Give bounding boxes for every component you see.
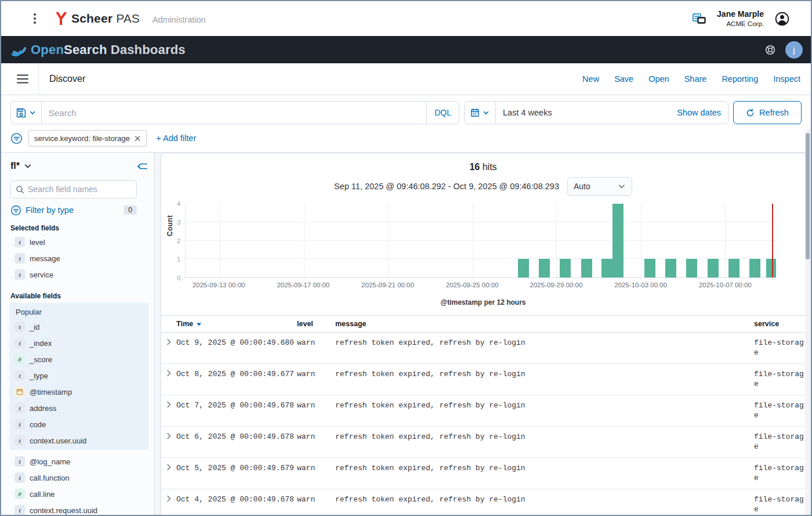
number-type-icon: # xyxy=(14,354,25,365)
cell-time: Oct 8, 2025 @ 00:00:49.677 xyxy=(176,370,297,395)
histogram-bar[interactable] xyxy=(581,259,592,277)
cell-level: warn xyxy=(297,464,335,489)
calendar-button[interactable] xyxy=(465,102,496,124)
histogram-bar[interactable] xyxy=(560,259,571,277)
table-row: Oct 8, 2025 @ 00:00:49.677warnrefresh to… xyxy=(161,364,805,395)
field-item-_id[interactable]: t_id xyxy=(10,319,147,335)
nav-link-share[interactable]: Share xyxy=(684,74,707,84)
filter-options-icon[interactable] xyxy=(10,132,23,145)
field-item-_index[interactable]: t_index xyxy=(10,335,147,351)
field-item-message[interactable]: tmessage xyxy=(10,250,147,266)
field-item-context.user.uuid[interactable]: tcontext.user.uuid xyxy=(10,432,147,449)
histogram-bar[interactable] xyxy=(728,259,740,277)
show-dates-button[interactable]: Show dates xyxy=(670,108,728,117)
field-item-_type[interactable]: t_type xyxy=(10,367,147,384)
histogram-bar[interactable] xyxy=(644,259,655,277)
refresh-button[interactable]: Refresh xyxy=(733,101,802,124)
search-input[interactable] xyxy=(42,101,427,124)
collapse-sidebar-icon[interactable] xyxy=(137,162,147,171)
expand-row-icon[interactable] xyxy=(161,370,176,395)
workspace-panel-icon[interactable] xyxy=(691,12,706,26)
expand-row-icon[interactable] xyxy=(161,401,176,426)
user-menu[interactable]: Jane Marple ACME Corp. xyxy=(717,9,764,28)
interval-select[interactable]: Auto xyxy=(567,177,632,196)
col-message: message xyxy=(335,320,754,328)
fields-sidebar: fl* xyxy=(1,153,155,515)
histogram-bar[interactable] xyxy=(601,259,612,277)
dql-button[interactable]: DQL xyxy=(427,101,459,124)
field-item-_score[interactable]: #_score xyxy=(10,351,147,367)
histogram-plot xyxy=(185,204,776,278)
table-body: Oct 9, 2025 @ 00:00:49.680warnrefresh to… xyxy=(161,333,805,515)
x-tick-label: 2025-09-29 00:00 xyxy=(530,282,583,288)
app-header: Scheer PAS Administration Jane Marple AC… xyxy=(1,1,811,36)
y-tick-label: 4 xyxy=(177,200,180,207)
histogram-bar[interactable] xyxy=(749,259,760,277)
field-item-address[interactable]: taddress xyxy=(10,400,147,416)
field-item-service[interactable]: tservice xyxy=(10,266,147,283)
filter-pill[interactable]: service.keyword: file-storage ✕ xyxy=(28,130,147,146)
hamburger-menu-icon[interactable] xyxy=(10,69,35,89)
gridline xyxy=(473,204,473,277)
histogram-bar[interactable] xyxy=(539,259,550,277)
string-type-icon: t xyxy=(14,472,25,483)
field-item-call.function[interactable]: tcall.function xyxy=(10,470,147,486)
cell-level: warn xyxy=(297,370,335,395)
field-name: level xyxy=(30,238,45,247)
help-icon[interactable] xyxy=(764,44,776,56)
histogram-bar[interactable] xyxy=(518,259,529,277)
histogram-bar[interactable] xyxy=(665,259,676,277)
field-item-call.line[interactable]: #call.line xyxy=(10,486,147,502)
gridline xyxy=(725,204,726,277)
x-tick-label: 2025-09-17 00:00 xyxy=(277,282,329,288)
histogram-bar[interactable] xyxy=(686,259,697,277)
field-search-input[interactable] xyxy=(28,185,132,194)
account-icon[interactable] xyxy=(774,11,790,27)
scrollbar-track[interactable] xyxy=(805,129,811,515)
histogram-bar[interactable] xyxy=(612,204,624,277)
histogram-bar[interactable] xyxy=(766,259,776,277)
refresh-icon xyxy=(746,109,755,117)
cell-time: Oct 7, 2025 @ 00:00:49.678 xyxy=(176,401,297,426)
cell-level: warn xyxy=(297,338,335,363)
table-row: Oct 7, 2025 @ 00:00:49.678warnrefresh to… xyxy=(161,395,805,427)
expand-row-icon[interactable] xyxy=(161,495,176,515)
expand-row-icon[interactable] xyxy=(161,432,176,457)
field-item-@log_name[interactable]: t@log_name xyxy=(10,453,147,470)
osd-avatar[interactable]: j xyxy=(785,41,803,59)
app-name: Administration xyxy=(153,15,206,24)
expand-row-icon[interactable] xyxy=(161,338,176,363)
field-name: call.function xyxy=(30,474,70,482)
string-type-icon: t xyxy=(14,338,25,348)
time-range-value[interactable]: Last 4 weeks xyxy=(496,108,670,117)
logo-search: Search xyxy=(64,42,107,57)
cell-message: refresh token expired, refresh by re-log… xyxy=(335,495,754,515)
field-item-code[interactable]: tcode xyxy=(10,416,147,432)
index-pattern-selector[interactable]: fl* xyxy=(10,161,32,171)
scrollbar-thumb[interactable] xyxy=(806,133,810,259)
nav-link-open[interactable]: Open xyxy=(648,74,669,84)
sort-by-time[interactable]: Time xyxy=(176,320,297,328)
gridline xyxy=(219,204,220,277)
filter-icon xyxy=(10,205,21,216)
nav-link-new[interactable]: New xyxy=(582,74,599,84)
remove-filter-icon[interactable]: ✕ xyxy=(134,134,142,143)
field-item-context.request.uuid[interactable]: tcontext.request.uuid xyxy=(10,502,147,515)
field-item-@timestamp[interactable]: @timestamp xyxy=(10,384,147,400)
kebab-menu-icon[interactable] xyxy=(30,10,39,27)
cell-time: Oct 4, 2025 @ 00:00:49.678 xyxy=(176,495,297,515)
x-tick-label: 2025-10-03 00:00 xyxy=(614,282,667,288)
table-row: Oct 6, 2025 @ 00:00:49.678warnrefresh to… xyxy=(161,427,805,458)
field-name: service xyxy=(30,270,53,279)
saved-query-button[interactable] xyxy=(10,101,42,124)
expand-row-icon[interactable] xyxy=(161,464,176,489)
nav-link-reporting[interactable]: Reporting xyxy=(722,74,758,84)
nav-link-inspect[interactable]: Inspect xyxy=(773,74,800,84)
histogram-bar[interactable] xyxy=(708,259,719,277)
nav-link-save[interactable]: Save xyxy=(614,74,633,84)
field-item-level[interactable]: tlevel xyxy=(10,234,147,250)
add-filter-button[interactable]: + Add filter xyxy=(156,133,196,143)
logo-open: Open xyxy=(31,42,64,57)
x-tick-label: 2025-10-07 00:00 xyxy=(699,282,752,288)
filter-by-type[interactable]: Filter by type 0 xyxy=(10,204,137,216)
